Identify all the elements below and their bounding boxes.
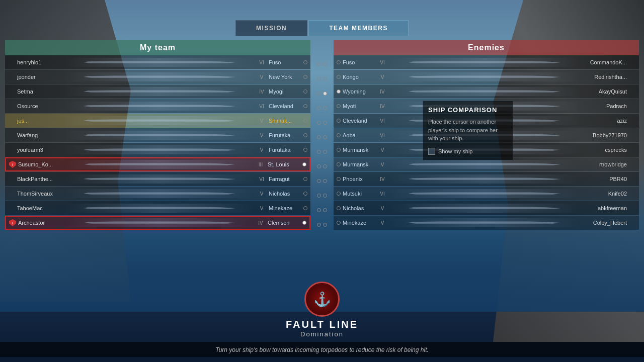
left-dot — [317, 106, 321, 110]
status-dot — [303, 119, 307, 123]
my-team-list: henryhlo1 VI Fuso jponder V New York Set… — [5, 55, 310, 230]
ship-silhouette — [64, 72, 255, 81]
status-dot — [337, 119, 341, 123]
ship-tier: V — [258, 147, 266, 153]
dot-pair — [317, 57, 327, 71]
my-team-row: henryhlo1 VI Fuso — [5, 55, 310, 69]
right-dot — [323, 150, 327, 154]
tab-mission[interactable]: MISSION — [235, 20, 307, 36]
ship-silhouette — [64, 189, 255, 198]
left-dot — [317, 62, 321, 66]
status-dot — [303, 60, 307, 64]
ship-name: Nicholas — [269, 191, 301, 197]
ship-name: Shimak... — [269, 118, 301, 124]
right-dot — [323, 135, 327, 139]
player-name: jus... — [17, 118, 62, 124]
status-dot — [303, 133, 307, 137]
left-dot — [317, 77, 321, 81]
ship-tier: III — [257, 162, 265, 167]
dot-pair — [317, 159, 327, 173]
status-dot — [337, 60, 341, 64]
player-name: Setma — [17, 88, 62, 95]
status-dot — [337, 221, 341, 225]
enemy-row: Colby_Hebert V Minekaze — [334, 216, 639, 230]
tab-team-members[interactable]: TEAM MEMBERS — [308, 20, 409, 36]
ship-silhouette — [389, 204, 580, 213]
shield-icon: i — [9, 219, 16, 226]
dot-pair — [317, 116, 327, 130]
enemy-row: Knife02 VI Mutsuki — [334, 187, 639, 201]
enemy-row: PBR40 IV Phoenix — [334, 172, 639, 186]
enemy-name: AkayQuisut — [582, 88, 627, 95]
ship-name: Phoenix — [343, 176, 375, 182]
status-dot — [337, 75, 341, 79]
status-dot — [337, 192, 341, 196]
status-dot — [303, 206, 307, 210]
ship-tier: V — [258, 118, 266, 124]
dot-pair — [317, 130, 327, 144]
dot-pair — [317, 203, 327, 217]
ship-name: Wyoming — [343, 88, 375, 95]
enemy-name: csprecks — [582, 147, 627, 153]
right-dot — [323, 77, 327, 81]
bottom-section: ⚓ FAULT LINE Domination Turn your ship's… — [0, 282, 644, 362]
tip-text: Turn your ship's bow towards incoming to… — [215, 346, 429, 353]
right-dot — [323, 194, 327, 198]
player-name: henryhlo1 — [17, 59, 62, 65]
ship-name: Myogi — [269, 88, 301, 95]
ship-tier: V — [258, 206, 266, 211]
right-dot — [323, 179, 327, 183]
status-dot — [337, 206, 341, 210]
status-dot — [302, 162, 306, 166]
player-name: TahoeMac — [17, 205, 62, 211]
my-team-row: i Susumo_Ko... III St. Louis — [5, 157, 310, 171]
ship-comparison-title: SHIP COMPARISON — [428, 106, 508, 114]
player-name: jponder — [17, 74, 62, 80]
enemy-name: Redirishtha... — [582, 74, 627, 80]
status-dot — [303, 75, 307, 79]
status-dot — [302, 221, 306, 225]
my-team-row: Setma IV Myogi — [5, 84, 310, 99]
left-dot — [317, 208, 321, 212]
left-dot — [317, 135, 321, 139]
left-dot — [317, 121, 321, 125]
ship-name: Myoti — [343, 103, 375, 109]
status-dot — [303, 104, 307, 108]
enemy-name: Padrach — [582, 103, 627, 109]
left-dot — [317, 164, 321, 168]
map-name: FAULT LINE — [286, 319, 358, 330]
enemy-name: Knife02 — [582, 191, 627, 197]
ship-tier: V — [378, 162, 386, 167]
my-team-row: jponder V New York — [5, 70, 310, 84]
ship-silhouette — [64, 58, 255, 67]
left-dot — [317, 223, 321, 227]
ship-comparison-description: Place the cursor on another player's shi… — [428, 118, 508, 143]
left-dot — [317, 194, 321, 198]
right-dot — [323, 121, 327, 125]
player-name: Susumo_Ko... — [18, 161, 63, 167]
status-dot — [337, 133, 341, 137]
show-ship-checkbox[interactable] — [428, 148, 435, 155]
dot-pair — [317, 218, 327, 232]
ship-silhouette — [389, 58, 580, 67]
enemy-name: rtrowbridge — [582, 161, 627, 167]
ship-silhouette — [389, 87, 580, 96]
right-dot — [323, 223, 327, 227]
enemy-name: abkfreeman — [582, 205, 627, 211]
my-team-row: i Archeastor IV Clemson — [5, 216, 310, 230]
right-dot — [323, 92, 327, 96]
ship-tier: VI — [378, 118, 386, 124]
right-dot — [323, 164, 327, 168]
dot-pair — [317, 145, 327, 159]
right-dot — [323, 106, 327, 110]
ship-tier: VI — [258, 176, 266, 182]
my-team-row: jus... V Shimak... — [5, 114, 310, 128]
player-name: ThomSirveaux — [17, 191, 62, 197]
ship-name: Fuso — [343, 59, 375, 65]
ship-silhouette — [64, 116, 255, 125]
dot-pair — [317, 72, 327, 86]
tab-bar: MISSION TEAM MEMBERS — [235, 20, 409, 36]
ship-tier: V — [258, 74, 266, 80]
show-ship-option[interactable]: Show my ship — [428, 148, 508, 155]
enemy-row: AkayQuisut IV Wyoming — [334, 84, 639, 99]
